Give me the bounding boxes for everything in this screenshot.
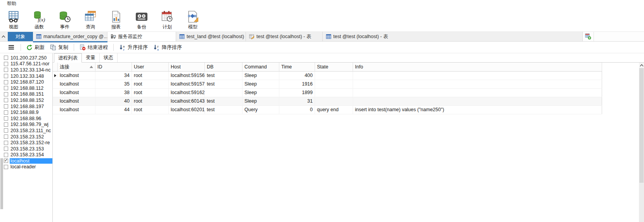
tab-manufacture-order-copy[interactable]: manufacture_order_copy @...	[33, 32, 107, 41]
column-header-command[interactable]: Command	[242, 63, 279, 71]
scrollbar-thumb[interactable]	[639, 68, 644, 183]
tab-test-table[interactable]: test @test (localhost) - 表	[323, 32, 583, 41]
checkbox[interactable]	[4, 74, 8, 78]
sidebar-item-192-168-88-112[interactable]: 192.168.88.112	[3, 85, 52, 91]
tab-variables[interactable]: 变量	[82, 53, 100, 62]
checkbox[interactable]	[4, 86, 8, 90]
cell: test	[205, 106, 242, 114]
tab-objects[interactable]: 对象	[8, 32, 33, 41]
checkbox[interactable]	[4, 110, 8, 115]
column-header-time[interactable]: Time	[279, 63, 315, 71]
checkbox[interactable]	[4, 135, 8, 139]
sidebar-item-203-158-23-111-nc[interactable]: 203.158.23.111_nc	[3, 128, 52, 134]
toolbar-button-backup[interactable]: 备份	[129, 8, 154, 31]
action-button-copy[interactable]: 复制	[47, 43, 71, 52]
sidebar-item-label: local-reader	[10, 164, 52, 170]
sidebar-item-192-168-88-152[interactable]: 192.168.88.152	[3, 97, 52, 103]
checkbox[interactable]	[4, 92, 8, 96]
tab-process-list[interactable]: 进程列表	[54, 53, 82, 63]
sidebar-item-203-158-23-153[interactable]: 203.158.23.153	[3, 146, 52, 152]
checkbox[interactable]	[4, 128, 8, 133]
column-header-info[interactable]: Info	[353, 63, 602, 71]
sidebar-item-label: 192.168.88.9	[10, 110, 52, 115]
sidebar-item-203-158-23-154[interactable]: 203.158.23.154	[3, 152, 52, 158]
column-header-db[interactable]: DB	[205, 63, 242, 71]
toolbar-button-model[interactable]: 模型	[180, 8, 206, 31]
toolbar-button-label: 计划	[163, 24, 172, 29]
sidebar-item-203-158-23-152[interactable]: 203.158.23.152	[3, 134, 52, 140]
sidebar-item-120-132-33-148[interactable]: 120.132.33.148	[3, 73, 52, 79]
checkbox[interactable]	[4, 165, 8, 169]
toolbar-button-report[interactable]: 报表	[103, 8, 129, 31]
sidebar-item-120-132-33-134-nc[interactable]: 120.132.33.134-nc	[3, 67, 52, 73]
checkbox[interactable]	[4, 104, 8, 108]
tab-test-design[interactable]: test @test (localhost) - 表	[246, 32, 323, 41]
action-button-sort-desc[interactable]: za降序排序	[151, 43, 185, 52]
sidebar-item-192-168-87-120[interactable]: 192.168.87.120	[3, 79, 52, 85]
sidebar-item-local-reader[interactable]: local-reader	[3, 164, 52, 170]
sidebar-item-101-200-237-250[interactable]: 101.200.237.250	[3, 55, 52, 61]
checkbox[interactable]	[4, 147, 8, 151]
table-row[interactable]: localhost38rootlocalhost:59162Sleep1899	[53, 89, 602, 97]
checkbox[interactable]	[4, 68, 8, 72]
cell: 31	[279, 97, 315, 105]
new-tab-button[interactable]	[583, 32, 594, 41]
table-row[interactable]: localhost40rootlocalhost:60143testSleep3…	[53, 97, 602, 106]
sidebar-item-192-168-88-96[interactable]: 192.168.88.96	[3, 115, 52, 122]
toolbar-button-function[interactable]: f(x)函数	[26, 8, 52, 31]
tab-status[interactable]: 状态	[100, 53, 118, 62]
cell: test	[205, 80, 242, 88]
sidebar-item-115-47-56-121-nor[interactable]: 115.47.56.121-nor	[3, 61, 52, 67]
scroll-up-button[interactable]	[639, 63, 644, 68]
menu-item-help[interactable]: 帮助	[5, 0, 19, 7]
sidebar-item-192-168-88-197[interactable]: 192.168.88.197	[3, 103, 52, 110]
checkbox[interactable]	[4, 141, 8, 145]
sidebar-scrollbar[interactable]	[0, 53, 3, 222]
checkbox[interactable]	[4, 122, 8, 127]
table-row[interactable]: localhost34rootlocalhost:59156testSleep4…	[53, 72, 602, 80]
column-header-[interactable]: 连接	[58, 63, 95, 71]
column-header-state[interactable]: State	[315, 63, 353, 71]
cell: Sleep	[242, 80, 279, 88]
cell: 40	[95, 97, 132, 105]
cell: Sleep	[242, 97, 279, 105]
cell: root	[132, 89, 169, 97]
checkbox[interactable]	[4, 159, 8, 163]
tab-server-monitor[interactable]: 服务器监控	[107, 32, 176, 41]
checkbox[interactable]	[4, 80, 8, 84]
sidebar-item-192-168-88-9[interactable]: 192.168.88.9	[3, 109, 52, 115]
sidebar-item-label: 192.168.88.152	[10, 98, 52, 103]
checkbox[interactable]	[4, 56, 8, 60]
toolbar-button-query[interactable]: 查询	[78, 8, 103, 31]
sidebar-item-label: 203.158.23.152	[10, 134, 52, 140]
cell	[353, 89, 602, 97]
collapse-panel-button[interactable]	[0, 32, 7, 41]
action-button-kill-process[interactable]: 结束进程	[77, 43, 111, 52]
sidebar-item-192-168-88-151[interactable]: 192.168.88.151	[3, 91, 52, 98]
tab-test-land[interactable]: test_land @test (localhost) -...	[176, 32, 246, 41]
sort-asc-icon: az	[119, 44, 126, 51]
action-button-sort-asc[interactable]: az升序排序	[116, 43, 151, 52]
column-header-user[interactable]: User	[132, 63, 169, 71]
action-toolbar: 刷新复制结束进程az升序排序za降序排序	[0, 42, 644, 53]
sidebar-item-203-158-23-152-re[interactable]: 203.158.23.152-re	[3, 140, 52, 146]
table-row[interactable]: localhost35rootlocalhost:59157testSleep1…	[53, 80, 602, 89]
checkbox[interactable]	[4, 98, 8, 102]
sidebar-item-localhost[interactable]: localhost	[3, 158, 52, 164]
vertical-scrollbar[interactable]	[639, 63, 644, 222]
column-header-host[interactable]: Host	[169, 63, 205, 71]
svg-text:f(x): f(x)	[38, 16, 45, 22]
sidebar-scrollbar-thumb[interactable]	[0, 158, 3, 209]
toolbar-button-schedule[interactable]: 计划	[154, 8, 180, 31]
checkbox[interactable]	[4, 62, 8, 66]
checkbox[interactable]	[4, 116, 8, 121]
action-button-refresh[interactable]: 刷新	[24, 43, 47, 52]
toolbar-button-event[interactable]: 事件	[52, 8, 78, 31]
action-button-label: 刷新	[35, 44, 45, 51]
checkbox[interactable]	[4, 153, 8, 157]
column-header-id[interactable]: ID	[95, 63, 132, 71]
toolbar-button-view[interactable]: 视图	[1, 8, 26, 31]
sidebar-item-192-168-98-79-wj[interactable]: 192.168.98.79_wj	[3, 122, 52, 128]
grid-menu-button[interactable]	[5, 44, 18, 51]
table-row[interactable]: localhost44rootlocalhost:60201testQuery0…	[53, 106, 602, 114]
